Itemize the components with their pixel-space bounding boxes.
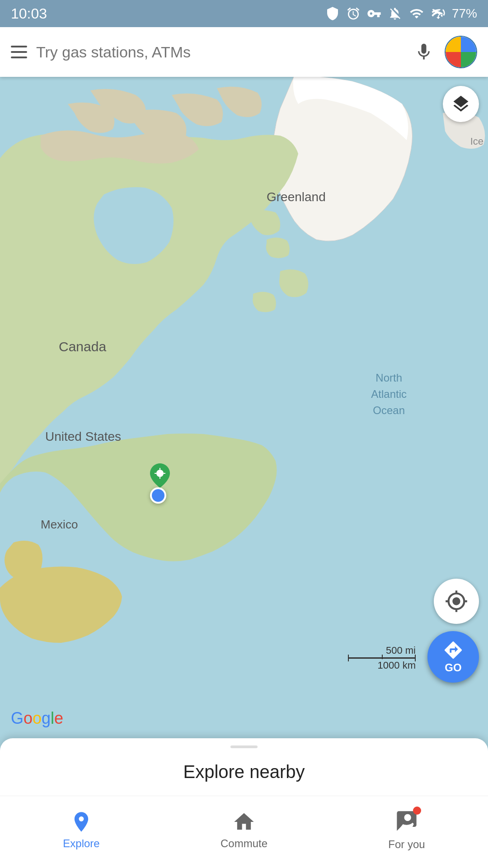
scale-bar: 500 mi 1000 km: [348, 645, 416, 671]
status-bar: 10:03 77%: [0, 0, 488, 27]
explore-nav-label: Explore: [63, 837, 99, 850]
key-icon: [367, 6, 381, 21]
battery-level: 77%: [452, 6, 477, 21]
commute-nav-icon: [232, 810, 256, 834]
for-you-badge-wrapper: [395, 809, 418, 835]
layers-icon: [451, 94, 471, 114]
user-avatar-button[interactable]: [445, 36, 477, 68]
scale-bottom: 1000 km: [348, 660, 416, 671]
north-atlantic-label: NorthAtlanticOcean: [371, 370, 407, 419]
explore-nearby-title: Explore nearby: [0, 757, 488, 787]
nav-item-explore[interactable]: Explore: [0, 810, 163, 854]
vpn-icon: [325, 6, 340, 21]
wifi-icon: [408, 6, 425, 21]
go-button[interactable]: GO: [427, 631, 479, 683]
svg-point-1: [156, 470, 164, 477]
alarm-icon: [346, 6, 361, 21]
status-time: 10:03: [11, 5, 47, 22]
mic-icon: [414, 42, 434, 62]
menu-button[interactable]: [11, 46, 27, 58]
for-you-badge-dot: [413, 807, 421, 815]
explore-nav-icon: [70, 810, 93, 834]
voice-search-button[interactable]: [412, 40, 436, 64]
bottom-sheet: Explore nearby: [0, 738, 488, 796]
gps-location-button[interactable]: [434, 579, 479, 624]
layers-button[interactable]: [443, 86, 479, 122]
google-logo: Google: [11, 709, 63, 728]
green-location-marker: [150, 463, 170, 488]
blue-location-dot: [150, 487, 166, 504]
gps-icon: [445, 590, 468, 613]
for-you-nav-label: For you: [388, 838, 425, 851]
map-background: Greenland Canada United States Mexico No…: [0, 77, 488, 760]
nav-item-for-you[interactable]: For you: [325, 809, 488, 855]
map-container[interactable]: Greenland Canada United States Mexico No…: [0, 77, 488, 760]
status-icons: 77%: [325, 6, 477, 21]
sheet-handle: [230, 745, 258, 748]
commute-nav-label: Commute: [221, 837, 267, 850]
signal-icon: [431, 6, 446, 21]
directions-icon: [443, 640, 464, 660]
search-bar: [0, 27, 488, 77]
search-input[interactable]: [36, 43, 403, 61]
nav-item-commute[interactable]: Commute: [163, 810, 325, 854]
go-label: GO: [445, 661, 461, 674]
bottom-nav: Explore Commute For you: [0, 796, 488, 868]
user-avatar: [446, 37, 476, 67]
bell-muted-icon: [388, 6, 402, 21]
